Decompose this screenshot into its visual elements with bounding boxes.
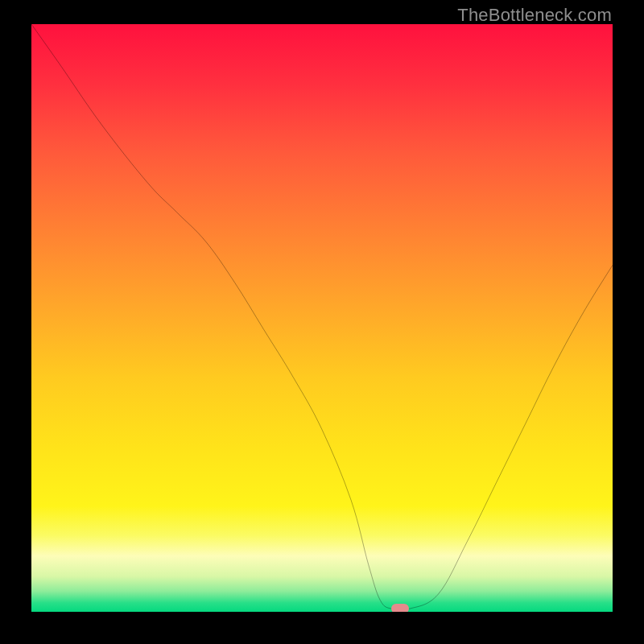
watermark-text: TheBottleneck.com bbox=[457, 5, 612, 26]
optimal-marker bbox=[391, 604, 409, 612]
background-gradient bbox=[31, 24, 613, 612]
chart-frame: TheBottleneck.com bbox=[0, 0, 644, 644]
plot-area bbox=[31, 24, 613, 612]
svg-rect-0 bbox=[31, 24, 613, 612]
